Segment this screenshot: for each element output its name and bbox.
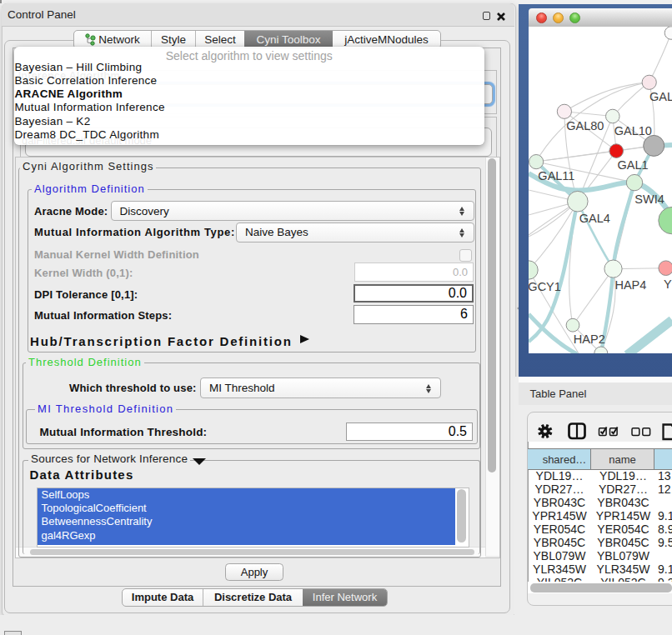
svg-text:HAP4: HAP4: [614, 278, 646, 292]
svg-text:GCY1: GCY1: [529, 280, 561, 293]
svg-text:GAL1: GAL1: [618, 158, 649, 171]
svg-text:GAL7: GAL7: [649, 89, 672, 102]
svg-text:GAL4: GAL4: [579, 212, 610, 225]
svg-text:GAL80: GAL80: [566, 118, 604, 132]
svg-text:YMR: YMR: [664, 277, 672, 290]
svg-text:HAP2: HAP2: [574, 332, 605, 346]
svg-text:GAL11: GAL11: [538, 168, 574, 182]
svg-text:SWI4: SWI4: [634, 192, 664, 206]
svg-text:GAL10: GAL10: [614, 124, 652, 138]
